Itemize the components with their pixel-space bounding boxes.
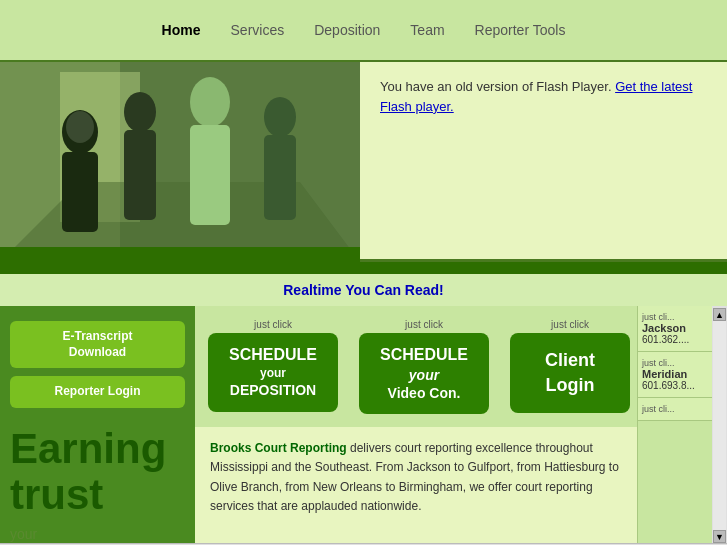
nav-services[interactable]: Services bbox=[231, 22, 285, 38]
just-click-label-1: just click bbox=[254, 319, 292, 330]
right-panel-3: just cli... bbox=[638, 398, 712, 421]
right-phone-1: 601.362.... bbox=[642, 334, 708, 345]
tagline-text: Realtime You Can Read! bbox=[283, 282, 444, 298]
just-click-label-2: just click bbox=[405, 319, 443, 330]
tagline-bar: Realtime You Can Read! bbox=[0, 274, 727, 306]
svg-rect-5 bbox=[62, 152, 98, 232]
scroll-up-button[interactable]: ▲ bbox=[713, 308, 726, 321]
right-city-2: Meridian bbox=[642, 368, 708, 380]
flash-notice: You have an old version of Flash Player.… bbox=[360, 62, 727, 259]
client-login-button[interactable]: Client Login bbox=[510, 333, 630, 413]
earning-heading: Earning trust bbox=[10, 426, 185, 518]
right-just-click-2: just cli... bbox=[642, 358, 708, 368]
schedule-deposition-panel: just click SCHEDULE your DEPOSITION bbox=[200, 314, 346, 417]
nav-reporter-tools[interactable]: Reporter Tools bbox=[475, 22, 566, 38]
schedule-video-panel: just click SCHEDULE your Video Con. bbox=[351, 314, 497, 419]
svg-point-9 bbox=[190, 77, 230, 127]
svg-rect-10 bbox=[190, 125, 230, 225]
right-just-click-3: just cli... bbox=[642, 404, 708, 414]
right-panel-meridian: just cli... Meridian 601.693.8... bbox=[638, 352, 712, 398]
description-area: Brooks Court Reporting delivers court re… bbox=[195, 427, 637, 543]
navigation-bar: Home Services Deposition Team Reporter T… bbox=[0, 0, 727, 62]
nav-deposition[interactable]: Deposition bbox=[314, 22, 380, 38]
bottom-section: E-TranscriptDownload Reporter Login Earn… bbox=[0, 306, 727, 543]
svg-rect-12 bbox=[264, 135, 296, 220]
svg-rect-8 bbox=[124, 130, 156, 220]
schedule-video-button[interactable]: SCHEDULE your Video Con. bbox=[359, 333, 489, 414]
client-login-panel: just click Client Login bbox=[502, 314, 637, 418]
right-sidebar: just cli... Jackson 601.362.... just cli… bbox=[637, 306, 712, 543]
left-sidebar: E-TranscriptDownload Reporter Login Earn… bbox=[0, 306, 195, 543]
schedule-row: just click SCHEDULE your DEPOSITION just… bbox=[195, 306, 637, 427]
right-just-click-1: just cli... bbox=[642, 312, 708, 322]
middle-panels: just click SCHEDULE your DEPOSITION just… bbox=[195, 306, 637, 543]
scroll-down-button[interactable]: ▼ bbox=[713, 530, 726, 543]
flash-message: You have an old version of Flash Player. bbox=[380, 79, 612, 94]
schedule-deposition-button[interactable]: SCHEDULE your DEPOSITION bbox=[208, 333, 338, 412]
reporter-login-button[interactable]: Reporter Login bbox=[10, 376, 185, 408]
hero-illustration bbox=[0, 62, 360, 262]
hero-section: You have an old version of Flash Player.… bbox=[0, 62, 727, 262]
scrollbar[interactable]: ▲ ▼ bbox=[712, 306, 727, 543]
earning-sub: your bbox=[10, 526, 185, 542]
nav-team[interactable]: Team bbox=[410, 22, 444, 38]
right-panel-jackson: just cli... Jackson 601.362.... bbox=[638, 306, 712, 352]
svg-point-11 bbox=[264, 97, 296, 137]
svg-point-7 bbox=[124, 92, 156, 132]
etranscript-download-button[interactable]: E-TranscriptDownload bbox=[10, 321, 185, 368]
accent-bar bbox=[0, 262, 727, 274]
svg-point-6 bbox=[66, 111, 94, 143]
brand-name: Brooks Court Reporting bbox=[210, 441, 347, 455]
right-city-1: Jackson bbox=[642, 322, 708, 334]
hero-image bbox=[0, 62, 360, 262]
just-click-label-3: just click bbox=[551, 319, 589, 330]
nav-home[interactable]: Home bbox=[162, 22, 201, 38]
right-phone-2: 601.693.8... bbox=[642, 380, 708, 391]
